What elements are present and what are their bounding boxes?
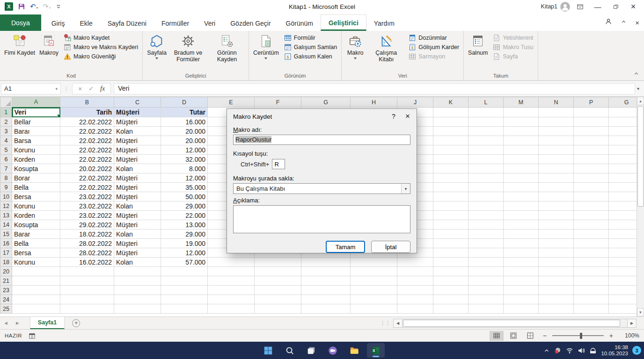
- notification-badge[interactable]: 3: [632, 346, 641, 355]
- cell-D2[interactable]: 16.000: [161, 117, 208, 127]
- row-header-2[interactable]: 2: [0, 117, 12, 127]
- button-galışum-samlan[interactable]: Galışum Samlan: [284, 43, 337, 51]
- cancel-entry-icon[interactable]: ×: [78, 85, 82, 93]
- cell-A21[interactable]: [12, 276, 60, 286]
- col-header-B[interactable]: B: [60, 97, 114, 108]
- cell-J21[interactable]: [397, 276, 433, 286]
- cell-M10[interactable]: [504, 192, 539, 201]
- cell-N1[interactable]: [539, 108, 574, 117]
- cell-A2[interactable]: Bellar: [12, 117, 60, 127]
- cell-B23[interactable]: [60, 286, 114, 295]
- cell-M3[interactable]: [504, 127, 539, 136]
- horizontal-scroll-thumb[interactable]: [403, 320, 620, 327]
- cell-G25[interactable]: [301, 304, 351, 314]
- chevron-up-icon[interactable]: [621, 18, 627, 27]
- cell-B16[interactable]: 28.02.2022: [60, 239, 114, 248]
- cell-M1[interactable]: [504, 108, 539, 117]
- col-header-K[interactable]: K: [433, 97, 468, 108]
- cell-B25[interactable]: [60, 304, 114, 314]
- cancel-button[interactable]: İptal: [371, 241, 410, 253]
- cell-A25[interactable]: [12, 304, 60, 314]
- cell-C12[interactable]: Kolan: [114, 201, 161, 211]
- cell-K5[interactable]: [433, 145, 468, 155]
- tab-dosya[interactable]: Dosya: [0, 14, 41, 31]
- start-button[interactable]: [259, 343, 277, 358]
- cell-L18[interactable]: [468, 258, 504, 267]
- cell-N16[interactable]: [539, 239, 574, 248]
- cell-K2[interactable]: [433, 117, 468, 127]
- customize-qat-icon[interactable]: [55, 3, 62, 10]
- cell-A12[interactable]: Korunu: [12, 201, 60, 211]
- cell-M7[interactable]: [504, 164, 539, 173]
- cell-P4[interactable]: [574, 136, 609, 145]
- cell-L13[interactable]: [468, 211, 504, 220]
- cell-N25[interactable]: [539, 304, 574, 314]
- cell-C14[interactable]: Müşteri: [114, 220, 161, 230]
- cell-B13[interactable]: 23.02.2022: [60, 211, 114, 220]
- tray-expand-icon[interactable]: [543, 347, 550, 354]
- cell-A7[interactable]: Kosupta: [12, 164, 60, 173]
- cell-D1[interactable]: Tutar: [161, 108, 208, 117]
- cell-D6[interactable]: 32.000: [161, 155, 208, 164]
- cell-C25[interactable]: [114, 304, 161, 314]
- cell-C10[interactable]: Müşteri: [114, 192, 161, 201]
- cell-M5[interactable]: [504, 145, 539, 155]
- cell-N21[interactable]: [539, 276, 574, 286]
- vertical-scroll-thumb[interactable]: [637, 106, 644, 207]
- row-header-3[interactable]: 3: [0, 127, 12, 136]
- cell-N5[interactable]: [539, 145, 574, 155]
- close-pane-icon[interactable]: ×: [635, 19, 639, 26]
- cell-J20[interactable]: [397, 267, 433, 276]
- cell-A3[interactable]: Baraı: [12, 127, 60, 136]
- cell-E23[interactable]: [208, 286, 255, 295]
- cell-M13[interactable]: [504, 211, 539, 220]
- cell-M8[interactable]: [504, 173, 539, 183]
- button-dozünmlar[interactable]: Dozünmlar: [409, 34, 459, 42]
- cell-A8[interactable]: Borar: [12, 173, 60, 183]
- cell-L17[interactable]: [468, 248, 504, 258]
- select-all-corner[interactable]: [0, 97, 12, 108]
- clock[interactable]: 16:38 10.05.2023: [601, 345, 628, 357]
- cell-N10[interactable]: [539, 192, 574, 201]
- share-icon[interactable]: [605, 18, 612, 27]
- page-layout-view-icon[interactable]: [506, 331, 520, 341]
- cell-H23[interactable]: [351, 286, 397, 295]
- cell-P3[interactable]: [574, 127, 609, 136]
- cell-M25[interactable]: [504, 304, 539, 314]
- page-break-view-icon[interactable]: [523, 331, 537, 341]
- cell-P21[interactable]: [574, 276, 609, 286]
- button-makro[interactable]: Makro: [344, 32, 366, 59]
- cell-L20[interactable]: [468, 267, 504, 276]
- cell-M2[interactable]: [504, 117, 539, 127]
- col-header-M[interactable]: M: [504, 97, 539, 108]
- cell-M18[interactable]: [504, 258, 539, 267]
- col-header-C[interactable]: C: [114, 97, 161, 108]
- collapse-ribbon-icon[interactable]: [633, 70, 639, 79]
- undo-icon[interactable]: ↶▾: [30, 2, 38, 11]
- description-textarea[interactable]: [233, 205, 410, 233]
- account-name[interactable]: Kitap1: [541, 3, 557, 10]
- col-header-A[interactable]: A: [12, 97, 60, 108]
- vertical-scrollbar[interactable]: ▲ ▼: [637, 97, 644, 316]
- store-macro-select[interactable]: Bu Çalışma Kitabı ▾: [233, 183, 410, 194]
- cell-L25[interactable]: [468, 304, 504, 314]
- enter-entry-icon[interactable]: ✓: [88, 85, 94, 92]
- cell-M21[interactable]: [504, 276, 539, 286]
- cell-P13[interactable]: [574, 211, 609, 220]
- cell-P10[interactable]: [574, 192, 609, 201]
- cell-K13[interactable]: [433, 211, 468, 220]
- cell-C9[interactable]: Müşteri: [114, 183, 161, 192]
- close-button[interactable]: ×: [625, 0, 641, 13]
- cell-B12[interactable]: 23.02.2022: [60, 201, 114, 211]
- name-box[interactable]: A1▾: [1, 83, 61, 94]
- cell-N14[interactable]: [539, 220, 574, 230]
- cell-C6[interactable]: Müşteri: [114, 155, 161, 164]
- cell-M24[interactable]: [504, 295, 539, 304]
- file-explorer-button[interactable]: [345, 343, 363, 358]
- cell-D15[interactable]: 29.000: [161, 230, 208, 239]
- cell-N2[interactable]: [539, 117, 574, 127]
- cell-C17[interactable]: Müşteri: [114, 248, 161, 258]
- cell-C16[interactable]: Müşteri: [114, 239, 161, 248]
- cell-P8[interactable]: [574, 173, 609, 183]
- cell-A14[interactable]: Kosupta: [12, 220, 60, 230]
